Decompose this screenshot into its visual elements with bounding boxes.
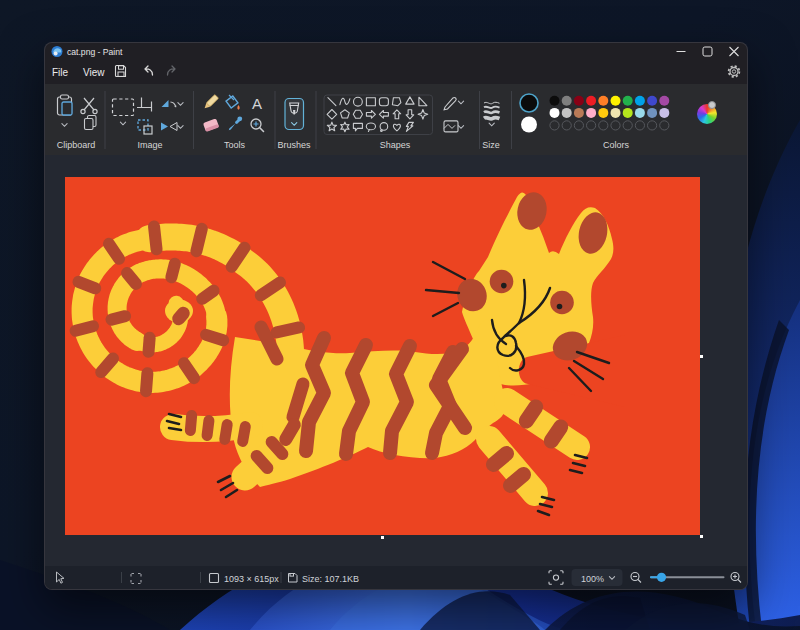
svg-text:File: File [52, 67, 69, 78]
svg-text:1093 × 615px: 1093 × 615px [224, 574, 279, 584]
svg-text:Tools: Tools [224, 140, 246, 150]
svg-text:Brushes: Brushes [277, 140, 311, 150]
svg-text:Colors: Colors [603, 140, 630, 150]
svg-text:cat.png - Paint: cat.png - Paint [67, 47, 123, 57]
svg-text:Size: 107.1KB: Size: 107.1KB [302, 574, 359, 584]
svg-text:View: View [83, 67, 105, 78]
svg-text:100%: 100% [581, 574, 604, 584]
svg-text:Image: Image [137, 140, 162, 150]
svg-text:Shapes: Shapes [380, 140, 411, 150]
svg-text:Clipboard: Clipboard [57, 140, 96, 150]
svg-text:A: A [252, 95, 262, 112]
svg-text:Size: Size [482, 140, 500, 150]
